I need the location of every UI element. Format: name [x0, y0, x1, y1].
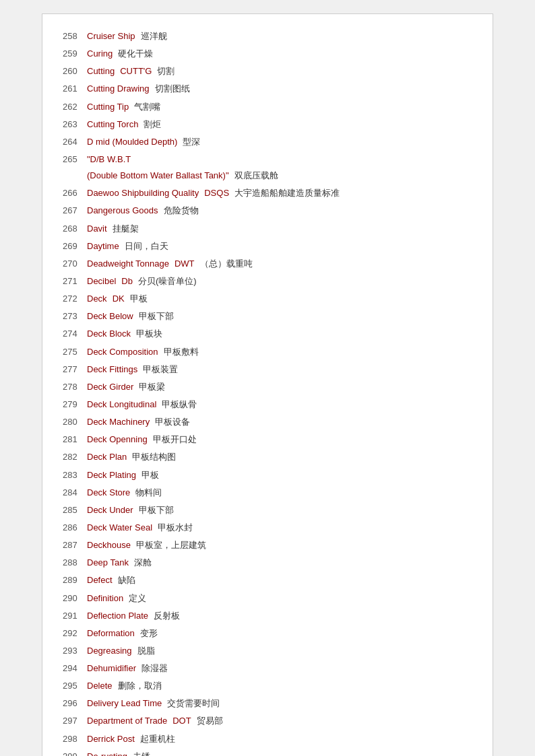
entry-chinese: 删除，取消 — [118, 679, 162, 693]
list-item: 279Deck Longitudinal甲板纵骨 — [63, 396, 472, 413]
entry-number: 286 — [63, 521, 87, 535]
entry-number: 280 — [63, 415, 87, 429]
entry-term: Davit — [87, 222, 107, 236]
entry-number: 294 — [63, 662, 87, 675]
entry-number: 298 — [63, 732, 87, 746]
list-item: 269Daytime日间，白天 — [63, 238, 472, 255]
entry-number: 283 — [63, 469, 87, 482]
entry-term: Dehumidifier — [87, 662, 136, 675]
list-item: 297Department of TradeDOT贸易部 — [63, 712, 472, 730]
entry-term: Defect — [87, 574, 113, 587]
list-item: 292Deformation变形 — [63, 625, 472, 642]
entry-chinese: 甲板块 — [136, 327, 162, 341]
list-item: 280Deck Machinery甲板设备 — [63, 413, 472, 431]
list-item: 260CuttingCUTT'G切割 — [63, 63, 472, 80]
entry-term: Deck Water Seal — [87, 521, 152, 535]
entry-chinese: 甲板下部 — [139, 504, 174, 517]
entry-number: 295 — [63, 679, 87, 693]
entry-term: Deck Plating — [87, 469, 136, 482]
entry-number: 261 — [63, 82, 87, 96]
entry-term: Deep Tank — [87, 556, 129, 570]
list-item: 266Daewoo Shipbuilding QualityDSQS大宇造船船舶… — [63, 184, 472, 202]
entry-term: Daytime — [87, 240, 119, 253]
entries-list: 258Cruiser Ship巡洋舰259Curing硬化干燥260Cuttin… — [63, 28, 472, 756]
entry-chinese: 变形 — [140, 627, 158, 640]
entry-term: Deck Longitudinal — [87, 398, 156, 411]
entry-chinese: 去锈 — [133, 750, 150, 756]
entry-chinese: 起重机柱 — [140, 732, 175, 746]
entry-term: Deck Fittings — [87, 363, 137, 376]
entry-chinese: （总）载重吨 — [200, 257, 253, 271]
entry-chinese: 反射板 — [154, 609, 180, 623]
list-item: 285Deck Under甲板下部 — [63, 502, 472, 519]
entry-term: Deflection Plate — [87, 609, 148, 623]
entry-number: 284 — [63, 486, 87, 500]
entry-term: Delete — [87, 679, 113, 693]
entry-number: 265 — [63, 153, 87, 166]
entry-abbr: Db — [121, 275, 133, 288]
list-item: 286Deck Water Seal甲板水封 — [63, 519, 472, 537]
entry-term: Deformation — [87, 627, 135, 640]
entry-term: Dangerous Goods — [87, 204, 158, 217]
list-item-note: (Double Bottom Water Ballast Tank)"双底压载舱 — [63, 168, 472, 184]
entry-term: Cutting Tip — [87, 100, 129, 114]
entry-note-chinese: 双底压载舱 — [234, 169, 278, 182]
list-item: 298Derrick Post起重机柱 — [63, 730, 472, 748]
list-item: 267Dangerous Goods危险货物 — [63, 202, 472, 219]
entry-term: Degreasing — [87, 644, 132, 658]
entry-chinese: 大宇造船船舶建造质量标准 — [234, 186, 340, 200]
entry-chinese: 贸易部 — [197, 714, 223, 728]
entry-number: 259 — [63, 47, 87, 61]
entry-chinese: 甲板开口处 — [153, 433, 197, 446]
entry-term: Deck Under — [87, 504, 133, 517]
entry-term: Deck Block — [87, 327, 131, 341]
entry-number: 287 — [63, 539, 87, 552]
entry-chinese: 甲板水封 — [158, 521, 193, 535]
list-item: 263Cutting Torch割炬 — [63, 116, 472, 133]
entry-chinese: 气割嘴 — [134, 100, 160, 114]
list-item: 293Degreasing脱脂 — [63, 642, 472, 660]
entry-chinese: 甲板室，上层建筑 — [136, 539, 206, 552]
list-item: 277Deck Fittings甲板装置 — [63, 361, 472, 378]
entry-number: 292 — [63, 627, 87, 640]
entry-chinese: 甲板敷料 — [164, 345, 199, 359]
entry-number: 279 — [63, 398, 87, 411]
entry-term: Deck Girder — [87, 380, 133, 394]
list-item: 264D mid (Moulded Depth)型深 — [63, 133, 472, 151]
entry-term: Daewoo Shipbuilding Quality — [87, 186, 199, 200]
entry-term: Department of Trade — [87, 714, 167, 728]
entry-term: Deck Below — [87, 310, 133, 323]
entry-term: Cutting Drawing — [87, 82, 150, 96]
entry-chinese: 甲板梁 — [139, 380, 165, 394]
entry-number: 291 — [63, 609, 87, 623]
list-item: 291Deflection Plate反射板 — [63, 607, 472, 625]
entry-chinese: 缺陷 — [118, 574, 135, 587]
entry-number: 277 — [63, 363, 87, 376]
entry-abbr: CUTT'G — [120, 65, 152, 78]
list-item: 271DecibelDb分贝(噪音单位) — [63, 273, 472, 290]
list-item: 295Delete删除，取消 — [63, 677, 472, 695]
entry-number: 267 — [63, 204, 87, 217]
entry-number: 281 — [63, 433, 87, 446]
entry-term: Cutting Torch — [87, 118, 138, 131]
list-item: 289Defect缺陷 — [63, 572, 472, 589]
list-item: 272DeckDK甲板 — [63, 290, 472, 308]
entry-term: De-rusting — [87, 750, 127, 756]
entry-number: 289 — [63, 574, 87, 587]
list-item: 282Deck Plan甲板结构图 — [63, 448, 472, 466]
list-item: 259Curing硬化干燥 — [63, 45, 472, 63]
entry-number: 285 — [63, 504, 87, 517]
entry-chinese: 日间，白天 — [125, 240, 168, 253]
entry-chinese: 挂艇架 — [113, 222, 139, 236]
entry-chinese: 甲板下部 — [139, 310, 174, 323]
entry-number: 270 — [63, 257, 87, 271]
list-item: 281Deck Openning甲板开口处 — [63, 431, 472, 448]
entry-term: Deckhouse — [87, 539, 131, 552]
entry-term: Cruiser Ship — [87, 30, 135, 43]
entry-chinese: 分贝(噪音单位) — [138, 275, 197, 288]
entry-term: Delivery Lead Time — [87, 697, 162, 710]
entry-chinese: 物料间 — [135, 486, 162, 500]
entry-term: Definition — [87, 592, 123, 605]
entry-term: D mid (Moulded Depth) — [87, 135, 177, 149]
list-item: 273Deck Below甲板下部 — [63, 308, 472, 325]
